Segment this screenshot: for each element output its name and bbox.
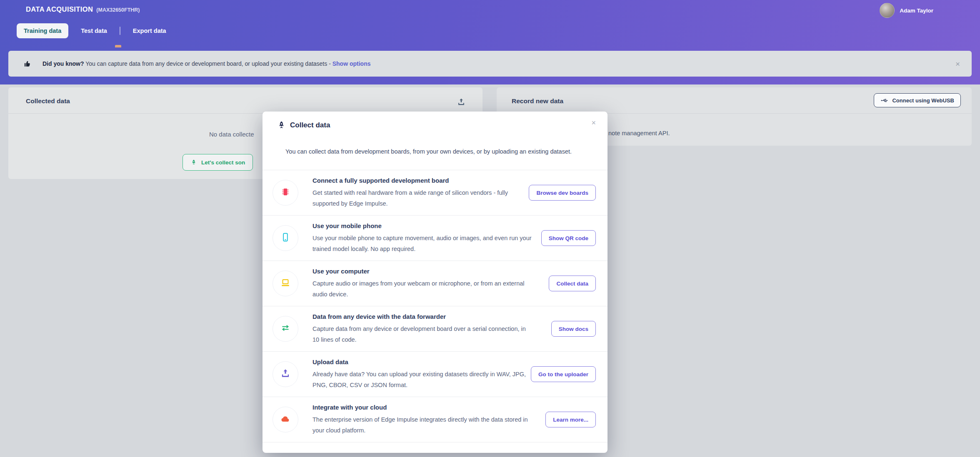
collect-options-list: Connect a fully supported development bo… [262, 170, 608, 442]
usb-icon [880, 97, 888, 104]
collect-data-modal: Collect data × You can collect data from… [262, 112, 608, 453]
banner-body-text: You can capture data from any device or … [84, 60, 332, 67]
rocket-icon [277, 120, 286, 130]
option-description: Use your mobile phone to capture movemen… [312, 233, 533, 254]
modal-title: Collect data [290, 121, 330, 129]
tab-separator [120, 27, 120, 35]
option-text-block: Connect a fully supported development bo… [312, 177, 529, 209]
user-menu[interactable]: Adam Taylor [880, 3, 933, 18]
collect-option-row: Use your mobile phone Use your mobile ph… [262, 215, 608, 261]
tab-bar: Training data Test data Export data [17, 22, 166, 40]
record-new-data-title: Record new data [512, 97, 563, 105]
did-you-know-banner: Did you know? You can capture data from … [8, 51, 972, 77]
banner-close-icon[interactable]: × [955, 60, 960, 68]
option-text-block: Data from any device with the data forwa… [312, 313, 533, 345]
option-title: Integrate with your cloud [312, 404, 533, 411]
option-text-block: Integrate with your cloud The enterprise… [312, 404, 533, 436]
remote-management-text: note management API. [608, 130, 670, 137]
banner-bold-text: Did you know? [42, 60, 84, 67]
upload-icon[interactable] [457, 97, 466, 107]
webusb-button-label: Connect using WebUSB [892, 97, 954, 104]
option-action-button[interactable]: Go to the uploader [531, 366, 596, 382]
modal-footer [262, 442, 608, 453]
project-device-subtitle: (MAX32650FTHR) [96, 7, 140, 13]
collect-option-row: Data from any device with the data forwa… [262, 306, 608, 351]
collect-option-row: Use your computer Capture audio or image… [262, 261, 608, 306]
option-action-button[interactable]: Show QR code [541, 230, 596, 246]
laptop-icon [280, 277, 291, 290]
option-action-button[interactable]: Show docs [551, 321, 596, 337]
no-data-text: No data collecte [209, 131, 254, 138]
option-title: Data from any device with the data forwa… [312, 313, 533, 320]
data-acquisition-page: DATA ACQUISITION (MAX32650FTHR) Adam Tay… [0, 0, 980, 457]
option-description: Already have data? You can upload your e… [312, 369, 531, 390]
phone-icon [280, 232, 291, 244]
collect-option-row: Connect a fully supported development bo… [262, 170, 608, 215]
avatar[interactable] [880, 3, 895, 18]
page-title-row: DATA ACQUISITION (MAX32650FTHR) [26, 5, 140, 13]
option-icon-badge [272, 361, 298, 387]
option-description: Capture audio or images from your webcam… [312, 278, 533, 300]
collect-button-label: Let's collect son [201, 159, 245, 166]
option-title: Connect a fully supported development bo… [312, 177, 529, 184]
option-action-button[interactable]: Collect data [549, 276, 596, 291]
show-options-link[interactable]: Show options [332, 60, 371, 67]
option-description: Capture data from any device or developm… [312, 323, 533, 345]
option-title: Use your computer [312, 268, 533, 275]
tab-export-data[interactable]: Export data [133, 27, 166, 34]
page-title: DATA ACQUISITION [26, 5, 93, 13]
option-title: Upload data [312, 358, 531, 365]
option-action-button[interactable]: Learn more... [545, 412, 596, 427]
option-icon-badge [272, 225, 298, 251]
modal-intro-text: You can collect data from development bo… [285, 148, 572, 155]
option-icon-badge [272, 407, 298, 432]
chip-icon [280, 186, 291, 199]
banner-text: Did you know? You can capture data from … [42, 60, 370, 67]
connect-webusb-button[interactable]: Connect using WebUSB [874, 93, 961, 107]
option-title: Use your mobile phone [312, 222, 533, 229]
collect-option-row: Integrate with your cloud The enterprise… [262, 397, 608, 442]
option-icon-badge [272, 180, 298, 206]
option-text-block: Upload data Already have data? You can u… [312, 358, 531, 390]
upload-icon [280, 368, 291, 380]
transfer-icon [280, 323, 291, 335]
modal-close-icon[interactable]: × [591, 119, 596, 127]
collect-option-row: Upload data Already have data? You can u… [262, 351, 608, 397]
thumbs-up-icon [23, 60, 32, 68]
tab-training-data[interactable]: Training data [17, 23, 68, 38]
tab-indicator-notch [115, 45, 121, 47]
option-text-block: Use your mobile phone Use your mobile ph… [312, 222, 533, 254]
option-text-block: Use your computer Capture audio or image… [312, 268, 533, 300]
user-name[interactable]: Adam Taylor [900, 7, 933, 14]
rocket-icon [190, 159, 197, 166]
collected-data-title: Collected data [26, 97, 70, 105]
option-description: Get started with real hardware from a wi… [312, 187, 529, 209]
option-description: The enterprise version of Edge Impulse i… [312, 414, 533, 436]
cloud-icon [280, 413, 291, 426]
option-icon-badge [272, 316, 298, 342]
lets-collect-data-button[interactable]: Let's collect son [182, 154, 253, 171]
option-icon-badge [272, 271, 298, 296]
tab-test-data[interactable]: Test data [81, 27, 107, 34]
option-action-button[interactable]: Browse dev boards [529, 185, 596, 201]
